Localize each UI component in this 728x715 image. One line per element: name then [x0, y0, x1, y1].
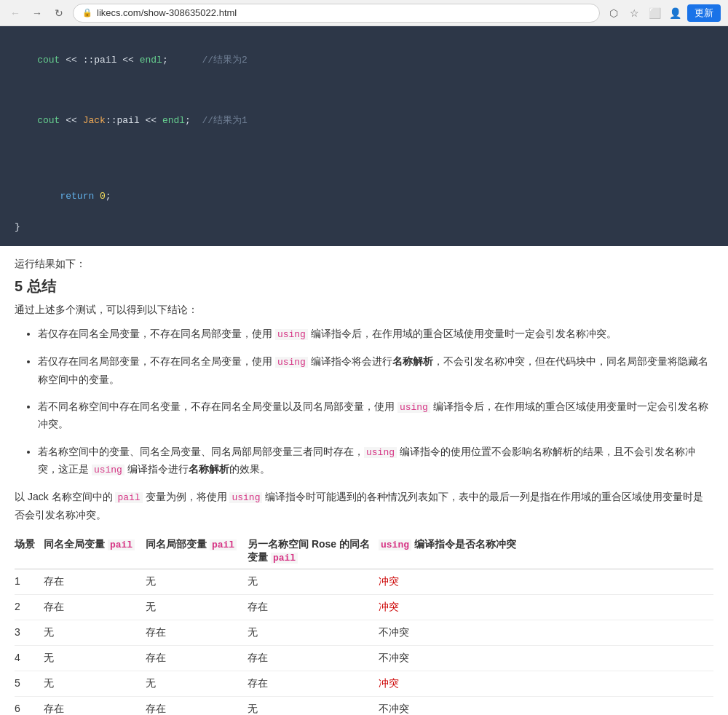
code-using-2: using	[275, 357, 308, 368]
col-header-1: 同名全局变量 pail	[44, 538, 146, 564]
code-token: ;	[106, 191, 111, 202]
code-token: Jack	[83, 115, 106, 126]
code-line-1: cout << ::pail << endl; //结果为2	[15, 38, 713, 83]
bold-name-resolve-2: 名称解析	[189, 463, 229, 475]
back-button[interactable]: ←	[7, 5, 23, 21]
row-result: 冲突	[379, 575, 713, 588]
row-result: 不冲突	[379, 652, 713, 665]
code-token: 0	[100, 191, 106, 202]
code-line-2: cout << Jack::pail << endl; //结果为1	[15, 98, 713, 143]
refresh-button[interactable]: ↻	[51, 5, 67, 21]
update-button[interactable]: 更新	[687, 4, 721, 22]
row-col2: 无	[146, 575, 248, 588]
address-bar[interactable]: 🔒 likecs.com/show-308635022.html	[73, 4, 600, 23]
row-index: 1	[15, 575, 44, 588]
row-result: 冲突	[379, 601, 713, 614]
code-line-3: return 0;	[15, 174, 713, 219]
code-using-1: using	[275, 329, 308, 340]
row-col2: 存在	[146, 626, 248, 639]
table-row: 3 无 存在 无 不冲突	[15, 620, 713, 646]
col-header-2: 同名局部变量 pail	[146, 538, 248, 564]
row-col1: 无	[44, 677, 146, 690]
code-token: ::pail <<	[106, 115, 162, 126]
row-result: 不冲突	[379, 703, 713, 715]
code-token: cout	[37, 115, 60, 126]
row-col2: 无	[146, 601, 248, 614]
browser-toolbar: ← → ↻ 🔒 likecs.com/show-308635022.html ⬡…	[0, 0, 728, 26]
code-token: //结果为2	[202, 55, 247, 66]
row-result: 不冲突	[379, 626, 713, 639]
code-line-blank2	[15, 144, 713, 159]
row-col1: 存在	[44, 575, 146, 588]
code-token: cout	[37, 55, 60, 66]
code-token: return	[37, 191, 94, 202]
row-col2: 存在	[146, 652, 248, 665]
row-col1: 无	[44, 626, 146, 639]
row-index: 3	[15, 626, 44, 639]
row-index: 4	[15, 652, 44, 665]
code-token: ;	[185, 115, 202, 126]
code-token	[94, 191, 100, 202]
list-item-3: 若不同名称空间中存在同名变量，不存在同名全局变量以及同名局部变量，使用 usin…	[38, 398, 713, 433]
list-item-4: 若名称空间中的变量、同名全局变量、同名局部局部变量三者同时存在，using 编译…	[38, 443, 713, 478]
code-line-4: }	[15, 220, 713, 235]
lock-icon: 🔒	[82, 8, 92, 17]
row-col1: 存在	[44, 601, 146, 614]
code-pail-1: pail	[115, 492, 142, 503]
code-using-5: using	[92, 465, 124, 475]
row-col3: 存在	[248, 601, 379, 614]
table-row: 5 无 无 存在 冲突	[15, 671, 713, 697]
list-item-1: 若仅存在同名全局变量，不存在同名局部变量，使用 using 编译指令后，在作用域…	[38, 325, 713, 343]
row-col3: 无	[248, 575, 379, 588]
table-row: 6 存在 存在 无 不冲突	[15, 697, 713, 715]
main-content: 运行结果如下： 5 总结 通过上述多个测试，可以得到以下结论： 若仅存在同名全局…	[0, 246, 728, 715]
forward-button[interactable]: →	[29, 5, 45, 21]
browser-actions: ⬡ ☆ ⬜ 👤 更新	[606, 4, 721, 22]
row-col3: 无	[248, 703, 379, 715]
code-token: endl	[140, 55, 162, 66]
row-col1: 存在	[44, 703, 146, 715]
cast-button[interactable]: ⬡	[606, 5, 622, 21]
row-col3: 存在	[248, 677, 379, 690]
col-header-index: 场景	[15, 538, 44, 564]
address-text: likecs.com/show-308635022.html	[97, 7, 590, 18]
code-token: <<	[60, 115, 82, 126]
data-table: 场景 同名全局变量 pail 同名局部变量 pail 另一名称空间 Rose 的…	[15, 534, 713, 715]
col-header-result: using 编译指令是否名称冲突	[379, 538, 713, 564]
code-token: //结果为1	[202, 115, 248, 126]
run-result-text: 运行结果如下：	[15, 258, 713, 271]
row-col2: 无	[146, 677, 248, 690]
row-index: 2	[15, 601, 44, 614]
code-using-3: using	[397, 402, 430, 413]
code-line-blank3	[15, 159, 713, 174]
profile-button[interactable]: 👤	[667, 5, 683, 21]
table-row: 1 存在 无 无 冲突	[15, 569, 713, 595]
col-header-3: 另一名称空间 Rose 的同名变量 pail	[248, 538, 379, 564]
code-token: endl	[162, 115, 185, 126]
row-col1: 无	[44, 652, 146, 665]
code-token: << ::pail <<	[60, 55, 139, 66]
bookmark-button[interactable]: ☆	[626, 5, 642, 21]
window-button[interactable]: ⬜	[646, 5, 662, 21]
list-item-2: 若仅存在同名局部变量，不存在同名全局变量，使用 using 编译指令将会进行名称…	[38, 353, 713, 388]
row-index: 6	[15, 703, 44, 715]
row-index: 5	[15, 677, 44, 690]
code-line-blank	[15, 83, 713, 98]
intro-text: 通过上述多个测试，可以得到以下结论：	[15, 304, 713, 317]
table-row: 2 存在 无 存在 冲突	[15, 595, 713, 620]
bold-name-resolve-1: 名称解析	[392, 355, 433, 367]
table-row: 4 无 存在 存在 不冲突	[15, 646, 713, 671]
bullet-list: 若仅存在同名全局变量，不存在同名局部变量，使用 using 编译指令后，在作用域…	[15, 325, 713, 478]
row-col2: 存在	[146, 703, 248, 715]
summary-text: 以 Jack 名称空间中的 pail 变量为例，将使用 using 编译指令时可…	[15, 489, 713, 524]
section-title: 5 总结	[15, 277, 713, 296]
row-col3: 存在	[248, 652, 379, 665]
code-token: ;	[162, 55, 202, 66]
code-using-4: using	[364, 447, 397, 458]
code-block: cout << ::pail << endl; //结果为2 cout << J…	[0, 26, 728, 246]
row-result: 冲突	[379, 677, 713, 690]
code-using-6: using	[229, 492, 262, 503]
table-header: 场景 同名全局变量 pail 同名局部变量 pail 另一名称空间 Rose 的…	[15, 534, 713, 569]
row-col3: 无	[248, 626, 379, 639]
